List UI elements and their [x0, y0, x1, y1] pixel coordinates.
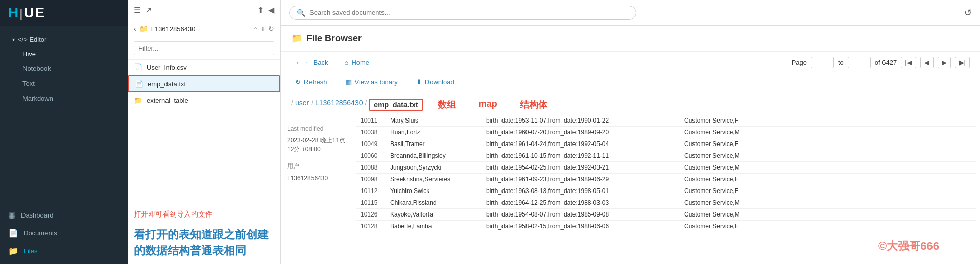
breadcrumb-sep1: /	[311, 99, 313, 107]
search-input[interactable]	[309, 9, 629, 16]
list-item-emp-data[interactable]: 📄 emp_data.txt	[128, 75, 280, 92]
col-name: Kayoko,Valtorta	[390, 211, 482, 218]
col-id: 10088	[361, 164, 386, 171]
fb-breadcrumb: / user / L13612856430 / emp_data.txt 数组 …	[281, 92, 980, 115]
col-birth: birth_date:1954-08-07,from_date:1985-09-…	[486, 211, 680, 218]
share-icon[interactable]: ↗	[145, 5, 152, 15]
col-dept: Customer Service,F	[684, 176, 972, 183]
table-row: 10011 Mary,Sluis birth_date:1953-11-07,f…	[356, 115, 976, 127]
sidebar-item-markdown[interactable]: Markdown	[8, 91, 119, 106]
folder-icon: 📁	[139, 25, 148, 33]
main-content: 🔍 ↺ 📁 File Browser ← ← Back ⌂ Home Page …	[281, 0, 980, 264]
col-birth: birth_date:1954-02-25,from_date:1992-03-…	[486, 164, 680, 171]
editor-section-label: </> Editor	[18, 36, 46, 43]
folder-icon: 📁	[134, 96, 142, 104]
table-row: 10115 Chikara,Rissland birth_date:1964-1…	[356, 197, 976, 209]
col-dept: Customer Service,F	[684, 140, 972, 148]
table-row: 10088 Jungsoon,Syrzycki birth_date:1954-…	[356, 162, 976, 174]
col-name: Chikara,Rissland	[390, 199, 482, 206]
sidebar-item-dashboard[interactable]: ▦ Dashboard	[0, 206, 128, 224]
col-name: Yuichiro,Swick	[390, 187, 482, 195]
view-as-binary-button[interactable]: ▦ View as binary	[342, 76, 402, 88]
logo-area: H|UE	[0, 0, 128, 26]
sidebar-item-notebook[interactable]: Notebook	[8, 61, 119, 76]
collapse-icon[interactable]: ◀	[268, 5, 274, 15]
col-birth: birth_date:1960-07-20,from_date:1989-09-…	[486, 129, 680, 136]
refresh-button[interactable]: ↻ Refresh	[291, 76, 331, 88]
breadcrumb-root: /	[291, 99, 293, 107]
editor-section-header[interactable]: ▾ </> Editor	[8, 33, 119, 46]
col-id: 10049	[361, 140, 386, 148]
file-name: external_table	[147, 97, 188, 104]
back-icon: ←	[295, 59, 302, 66]
file-icon: 📄	[134, 63, 142, 71]
col-name: Huan,Lortz	[390, 129, 482, 136]
breadcrumb-current: emp_data.txt	[369, 99, 423, 111]
columns-icon[interactable]: ☰	[134, 5, 141, 15]
text-label: Text	[22, 80, 35, 87]
upload-icon[interactable]: ⬆	[257, 5, 264, 15]
sidebar-nav: ▾ </> Editor Hive Notebook Text Markdown	[0, 26, 128, 202]
back-button[interactable]: ← ← Back	[291, 57, 332, 68]
filter-input[interactable]	[134, 41, 274, 55]
annotation-map: map	[479, 99, 497, 109]
col-dept: Customer Service,M	[684, 152, 972, 159]
file-icon: 📄	[135, 80, 144, 88]
refresh-path-icon[interactable]: ↻	[268, 25, 274, 33]
back-arrow[interactable]: ‹	[134, 25, 136, 33]
col-id: 10098	[361, 176, 386, 183]
view-binary-label: View as binary	[355, 78, 398, 86]
col-birth: birth_date:1961-09-23,from_date:1989-06-…	[486, 176, 680, 183]
dashboard-label: Dashboard	[21, 211, 54, 219]
col-id: 10112	[361, 187, 386, 195]
col-dept: Customer Service,M	[684, 211, 972, 218]
list-item-user-info[interactable]: 📄 User_info.csv	[128, 60, 280, 75]
col-dept: Customer Service,M	[684, 199, 972, 206]
col-name: Basil,Tramer	[390, 140, 482, 148]
documents-label: Documents	[23, 229, 57, 237]
dashboard-icon: ▦	[8, 210, 16, 220]
download-button[interactable]: ⬇ Download	[412, 76, 459, 88]
col-birth: birth_date:1961-10-15,from_date:1992-11-…	[486, 152, 680, 159]
fb-left-panel: Last modified 2023-02-28 晚上11点12分 +08:00…	[281, 115, 352, 264]
page-size-input[interactable]: 50	[848, 57, 871, 68]
last-page-button[interactable]: ▶|	[955, 57, 970, 68]
fb-data-table: 10011 Mary,Sluis birth_date:1953-11-07,f…	[352, 115, 980, 264]
back-label: ← Back	[305, 59, 328, 66]
col-dept: Customer Service,F	[684, 223, 972, 230]
add-path-icon[interactable]: +	[261, 25, 265, 33]
file-browser-title: File Browser	[306, 33, 362, 44]
home-path-icon[interactable]: ⌂	[253, 25, 257, 33]
notebook-label: Notebook	[22, 65, 51, 73]
annotation-struct: 结构体	[520, 99, 547, 111]
download-label: Download	[425, 78, 455, 86]
home-label: Home	[351, 59, 369, 66]
col-id: 10011	[361, 117, 386, 124]
breadcrumb-user[interactable]: user	[295, 99, 309, 107]
file-list: 📄 User_info.csv 📄 emp_data.txt 📁 externa…	[128, 60, 280, 205]
col-birth: birth_date:1958-02-15,from_date:1988-06-…	[486, 223, 680, 230]
user-value: L13612856430	[287, 175, 346, 182]
sidebar-item-hive[interactable]: Hive	[8, 46, 119, 61]
to-label: to	[838, 59, 844, 66]
list-item-external-table[interactable]: 📁 external_table	[128, 92, 280, 108]
col-id: 10060	[361, 152, 386, 159]
sidebar-item-text[interactable]: Text	[8, 76, 119, 91]
last-modified-label: Last modified	[287, 125, 346, 132]
prev-page-button[interactable]: ◀	[920, 57, 934, 68]
page-label: Page	[792, 59, 807, 66]
breadcrumb-folder[interactable]: L13612856430	[315, 99, 363, 107]
home-icon: ⌂	[345, 59, 349, 66]
col-birth: birth_date:1963-08-13,from_date:1998-05-…	[486, 187, 680, 195]
col-id: 10126	[361, 211, 386, 218]
refresh-button[interactable]: ↺	[964, 7, 972, 18]
home-button[interactable]: ⌂ Home	[341, 57, 374, 68]
page-input[interactable]: 1	[811, 57, 834, 68]
first-page-button[interactable]: |◀	[901, 57, 916, 68]
breadcrumb-sep2: /	[365, 99, 367, 107]
table-row: 10126 Kayoko,Valtorta birth_date:1954-08…	[356, 209, 976, 221]
sidebar-item-documents[interactable]: 📄 Documents	[0, 224, 128, 242]
col-name: Jungsoon,Syrzycki	[390, 164, 482, 171]
sidebar-item-files[interactable]: 📁 Files	[0, 242, 128, 260]
next-page-button[interactable]: ▶	[938, 57, 951, 68]
